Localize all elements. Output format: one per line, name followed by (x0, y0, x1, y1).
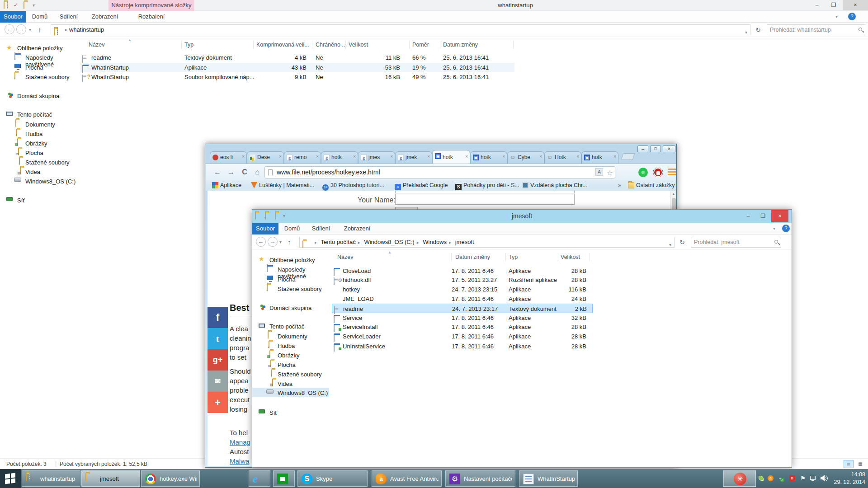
breadcrumb-this-pc[interactable]: Tento počítač (321, 239, 355, 245)
file-row[interactable]: Service 17. 8. 2011 6:46 Aplikace 32 kB (332, 313, 593, 323)
tray-flag-icon[interactable]: ⚑ (799, 475, 807, 482)
file-name[interactable]: hotkey (343, 285, 360, 294)
w2-tab-soubor[interactable]: Soubor (252, 223, 278, 235)
bookmark-star-icon[interactable]: ☆ (607, 167, 613, 178)
w1-breadcrumb-box[interactable]: ▸ whatinstartup ▾ (51, 24, 750, 35)
details-view-button[interactable]: ≣ (844, 460, 854, 468)
column-header-protected[interactable]: Chráněno ... (316, 42, 347, 48)
w2-tab-sdileni[interactable]: Sdílení (307, 223, 335, 235)
qat-dropdown-icon[interactable]: ▾ (283, 213, 290, 221)
taskbar-button-chrome[interactable]: hotkey.exe Windo... (141, 470, 200, 487)
compressed-folder-tools-tab[interactable]: Nástroje komprimované složky (108, 0, 194, 11)
taskbar-button-internet-explorer[interactable]: e (249, 470, 270, 487)
browser-tab[interactable]: gremo× (284, 151, 321, 164)
browser-tab[interactable]: gjmek× (395, 151, 432, 164)
sidebar-item-desktop[interactable]: Plocha (278, 276, 296, 283)
chrome-maximize-button[interactable]: □ (650, 145, 661, 152)
browser-tab[interactable]: ▣hotk× (470, 151, 507, 164)
help-icon[interactable]: ? (848, 13, 856, 20)
w1-restore-button[interactable]: ❐ (826, 0, 842, 10)
history-dropdown-icon[interactable]: ▾ (279, 239, 282, 244)
taskbar-button-store[interactable] (273, 470, 295, 487)
breadcrumb-windows[interactable]: Windows (423, 239, 447, 245)
address-omnibox[interactable]: www.file.net/process/hotkey.exe.html A ☆ (264, 166, 615, 178)
refresh-button[interactable]: ↻ (677, 237, 687, 248)
w2-titlebar[interactable]: jmesoft ↑ ▾ – ❐ × (252, 210, 792, 223)
w2-close-button[interactable]: × (771, 210, 788, 222)
address-dropdown-icon[interactable]: ▾ (745, 28, 747, 38)
tray-network-icon[interactable] (810, 475, 817, 482)
w1-tab-zobrazeni[interactable]: Zobrazení (87, 11, 123, 23)
chrome-minimize-button[interactable]: – (637, 145, 648, 152)
w1-tab-domu[interactable]: Domů (28, 11, 52, 23)
bookmark-item[interactable]: 2430 Photoshop tutori... (322, 182, 384, 189)
taskbar-button-skype[interactable]: S Skype (297, 470, 368, 487)
file-row[interactable]: hidhook.dll 17. 5. 2011 23:27 Rozšíření … (332, 275, 593, 285)
browser-tab[interactable]: Dese× (247, 151, 284, 164)
browser-tab[interactable]: ▣hotk× (581, 151, 618, 164)
file-name[interactable]: UnInstallService (343, 342, 385, 351)
column-header-name[interactable]: Název (337, 254, 353, 260)
file-name[interactable]: ServiceInstall (343, 322, 377, 332)
w1-tab-rozbaleni[interactable]: Rozbalení (129, 11, 174, 23)
tab-close-icon[interactable]: × (613, 154, 616, 159)
tab-close-icon[interactable]: × (242, 154, 245, 159)
tab-close-icon[interactable]: × (539, 154, 542, 159)
tab-close-icon[interactable]: × (576, 154, 579, 159)
sidebar-item-pictures[interactable]: Obrázky (278, 352, 299, 359)
taskbar-button-avast[interactable]: a Avast Free Antivirus (372, 470, 442, 487)
breadcrumb[interactable]: whatinstartup (69, 25, 104, 35)
browser-tab[interactable]: gjmes× (358, 151, 395, 164)
tab-close-icon[interactable]: × (390, 154, 393, 159)
file-name[interactable]: CloseLoad (343, 266, 371, 276)
w1-close-button[interactable]: × (843, 0, 868, 10)
twitter-share-button[interactable]: t (208, 328, 228, 349)
w2-tab-domu[interactable]: Domů (280, 223, 304, 235)
sidebar-item-downloads2[interactable]: Stažené soubory (25, 159, 70, 166)
sidebar-item-computer[interactable]: Tento počítač (17, 111, 52, 118)
column-header-date[interactable]: Datum změny (443, 42, 478, 48)
file-row[interactable]: ServiceInstall 17. 8. 2011 6:46 Aplikace… (332, 322, 593, 332)
browser-tab-active[interactable]: ▣hotk× (432, 150, 470, 164)
folder-icon[interactable] (24, 1, 24, 9)
sidebar-item-pictures[interactable]: Obrázky (25, 140, 47, 147)
taskbar-button-whatinstartup-app[interactable]: WhatInStartup (519, 470, 578, 487)
sidebar-item-desktop2[interactable]: Plocha (25, 150, 43, 156)
sidebar-item-desktop[interactable]: Plocha (25, 64, 43, 71)
column-header-compressed[interactable]: Komprimovaná veli... (256, 42, 309, 48)
column-header-date[interactable]: Datum změny (455, 254, 490, 260)
sidebar-item-homegroup[interactable]: Domácí skupina (269, 305, 311, 311)
taskbar-button-pc-settings[interactable]: ⚙ Nastavení počítače (445, 470, 515, 487)
tab-close-icon[interactable]: × (427, 154, 430, 159)
file-name[interactable]: Service (343, 313, 362, 323)
w1-tab-soubor[interactable]: Soubor (0, 11, 26, 23)
file-row[interactable]: JME_LOAD 17. 8. 2011 6:46 Aplikace 24 kB (332, 294, 593, 304)
sidebar-item-drive-c[interactable]: Windows8_OS (C:) (278, 389, 328, 396)
sidebar-item-videos[interactable]: Videa (25, 169, 40, 175)
browser-tab[interactable]: ghotk× (321, 151, 358, 164)
column-header-name[interactable]: Název (89, 42, 104, 48)
file-row[interactable]: WhatInStartup Soubor kompilované náp... … (80, 72, 514, 82)
page-link[interactable]: Manag (230, 438, 250, 446)
ribbon-collapse-icon[interactable]: ▾ (835, 14, 838, 19)
sidebar-item-videos[interactable]: Videa (278, 380, 292, 387)
breadcrumb-drive[interactable]: Windows8_OS (C:) (364, 239, 414, 245)
browser-back-icon[interactable]: ← (212, 167, 223, 178)
menu-hamburger-icon[interactable] (668, 169, 676, 176)
up-button[interactable]: ↑ (288, 238, 291, 246)
column-header-type[interactable]: Typ (184, 42, 193, 48)
column-header-size[interactable]: Velikost (561, 254, 580, 260)
email-share-button[interactable]: ✉ (208, 371, 228, 392)
forward-button[interactable]: → (268, 237, 278, 247)
sidebar-item-drive-c[interactable]: Windows8_OS (C:) (25, 178, 75, 185)
help-icon[interactable]: ? (782, 225, 790, 232)
file-row[interactable]: ServiceLoader 17. 8. 2011 6:46 Aplikace … (332, 332, 593, 341)
w1-search-box[interactable] (767, 24, 865, 35)
file-row[interactable]: WhatInStartup Aplikace 43 kB Ne 53 kB 19… (80, 63, 514, 72)
column-header-ratio[interactable]: Poměr (412, 42, 429, 48)
file-row[interactable]: hotkey 24. 7. 2013 23:15 Aplikace 116 kB (332, 285, 593, 294)
browser-reload-icon[interactable]: C (239, 167, 250, 178)
breadcrumb-jmesoft[interactable]: jmesoft (455, 239, 474, 245)
w2-maximize-button[interactable]: ❐ (756, 210, 770, 222)
bookmarks-overflow-chevron[interactable]: » (618, 182, 621, 189)
